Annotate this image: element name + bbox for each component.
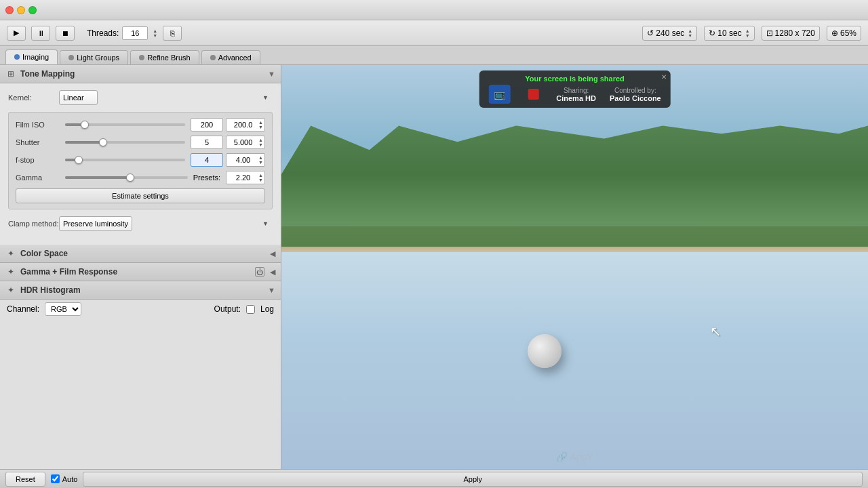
bottom-bar: Reset Auto Apply [0, 469, 868, 488]
maximize-button[interactable] [28, 6, 37, 14]
gamma-spinbox[interactable]: 2.20 ▲▼ [226, 171, 265, 184]
auto-checkbox[interactable] [51, 474, 60, 483]
hdr-histogram-title: HDR Histogram [20, 285, 268, 295]
toolbar-right: ↺ 240 sec ▲▼ ↻ 10 sec ▲▼ ⊡ 868 x 488 ⊕ … [642, 26, 861, 41]
film-iso-thumb[interactable] [81, 121, 89, 129]
kernel-label: Kernel: [8, 94, 59, 102]
clamp-select[interactable]: Preserve luminosity Cut [59, 216, 132, 231]
minimize-button[interactable] [17, 6, 25, 14]
render-edge [281, 247, 868, 252]
kernel-select[interactable]: Linear Reinhard Filmic [59, 90, 98, 105]
tab-light-groups[interactable]: Light Groups [60, 50, 128, 64]
notification-row: 📺 Sharing: Cinema HD Controlled by: Paol… [488, 85, 660, 104]
shutter-arrows[interactable]: ▲▼ [258, 138, 263, 147]
sliders-box: Film ISO 200.0 ▲▼ Shutter [8, 112, 273, 209]
render-view: ↖ Your screen is being shared 📺 Sharing:… [281, 65, 868, 469]
tone-mapping-title: Tone Mapping [20, 69, 268, 79]
shutter-input[interactable] [191, 136, 223, 149]
log-label: Log [260, 304, 274, 314]
notif-sharing-col: Sharing: Cinema HD [556, 87, 596, 102]
gamma-track[interactable] [65, 176, 188, 179]
fstop-arrows[interactable]: ▲▼ [258, 155, 263, 165]
estimate-button[interactable]: Estimate settings [16, 188, 265, 203]
gamma-row: Gamma Presets: 2.20 ▲▼ [16, 171, 265, 184]
tab-dot-lightgroups [68, 55, 74, 60]
copy-button[interactable]: ⎘ [163, 26, 182, 41]
tone-mapping-header[interactable]: ⊞ Tone Mapping ▼ [0, 65, 281, 83]
gamma-film-header[interactable]: ✦ Gamma + Film Response ⏻ ◀ [0, 263, 281, 281]
fstop-track[interactable] [65, 159, 185, 161]
tab-imaging[interactable]: Imaging [5, 49, 58, 64]
threads-spinner[interactable]: ▲▼ [153, 28, 157, 38]
channel-select[interactable]: RGB R G B [45, 302, 81, 316]
shutter-thumb[interactable] [99, 138, 107, 146]
notif-controlled-value: Paolo Ciccone [610, 94, 661, 102]
notification-close[interactable]: ✕ [661, 73, 667, 81]
clamp-row: Clamp method: Preserve luminosity Cut [8, 216, 273, 231]
fstop-input[interactable] [191, 153, 223, 167]
gamma-film-icon: ✦ [5, 266, 16, 277]
apply-button[interactable]: Apply [83, 472, 863, 487]
tab-dot-imaging [14, 54, 20, 60]
gamma-power-button[interactable]: ⏻ [255, 267, 264, 277]
traffic-lights[interactable] [5, 6, 37, 14]
notif-sharing-label: Sharing: [556, 87, 596, 94]
tab-imaging-label: Imaging [22, 53, 49, 61]
pause-button[interactable]: ⏸ [31, 26, 50, 41]
reset-button[interactable]: Reset [5, 472, 45, 487]
gamma-thumb[interactable] [126, 174, 134, 182]
film-iso-spinbox[interactable]: 200.0 ▲▼ [226, 118, 265, 131]
rot-icon2: ↻ [709, 28, 715, 38]
film-iso-arrows[interactable]: ▲▼ [258, 120, 263, 129]
color-space-header[interactable]: ✦ Color Space ◀ [0, 245, 281, 263]
time2-spinner[interactable]: ▲▼ [745, 28, 750, 38]
film-iso-exact: 200.0 [228, 121, 258, 129]
play-button[interactable]: ▶ [7, 26, 26, 41]
auto-label: Auto [62, 475, 78, 483]
threads-input[interactable] [122, 26, 148, 40]
shutter-exact: 5.000 [228, 138, 258, 146]
fstop-spinbox[interactable]: 4.00 ▲▼ [226, 153, 265, 167]
threads-group: Threads: ▲▼ [87, 26, 157, 40]
gamma-fill [65, 176, 129, 179]
stop-button[interactable]: ⏹ [56, 26, 75, 41]
left-panel: ⊞ Tone Mapping ▼ Kernel: Linear Reinhard… [0, 65, 281, 469]
time2-value: 10 sec [717, 28, 741, 38]
presets-label: Presets: [193, 174, 220, 182]
hdr-histogram-header[interactable]: ✦ HDR Histogram ▼ [0, 281, 281, 300]
fstop-row: f-stop 4.00 ▲▼ [16, 153, 265, 167]
gamma-arrows[interactable]: ▲▼ [258, 173, 263, 182]
fstop-label: f-stop [16, 156, 60, 164]
log-checkbox[interactable] [246, 305, 255, 314]
notification-title: Your screen is being shared [488, 75, 660, 83]
tab-dot-advanced [210, 55, 216, 60]
shutter-fill [65, 141, 101, 144]
channel-output-row: Channel: RGB R G B Output: Log [0, 300, 281, 319]
clamp-label: Clamp method: [8, 220, 59, 228]
shutter-label: Shutter [16, 138, 60, 146]
film-iso-input[interactable] [191, 118, 223, 131]
tab-advanced[interactable]: Advanced [201, 50, 260, 64]
fstop-thumb[interactable] [75, 156, 83, 164]
shutter-spinbox[interactable]: 5.000 ▲▼ [226, 136, 265, 149]
tone-mapping-icon: ⊞ [5, 68, 16, 79]
resolution-icon: ⊡ [766, 28, 773, 38]
kernel-row: Kernel: Linear Reinhard Filmic [8, 90, 273, 105]
zoom-icon: ⊕ [831, 28, 838, 38]
tab-refine-brush[interactable]: Refine Brush [130, 50, 199, 64]
resolution-display: ⊡ 868 x 488 [762, 26, 820, 41]
color-space-arrow: ◀ [270, 249, 275, 258]
render-cursor: ↖ [710, 323, 722, 340]
channel-label: Channel: [7, 304, 39, 314]
film-iso-track[interactable] [65, 123, 185, 126]
clamp-select-wrapper[interactable]: Preserve luminosity Cut [59, 216, 273, 231]
tab-refinebrush-label: Refine Brush [147, 54, 191, 62]
shutter-track[interactable] [65, 141, 185, 144]
rot-icon1: ↺ [647, 28, 654, 38]
close-button[interactable] [5, 6, 14, 14]
notification-bar: Your screen is being shared 📺 Sharing: C… [479, 70, 670, 108]
hdr-histogram-arrow: ▼ [268, 286, 275, 294]
time1-spinner[interactable]: ▲▼ [688, 28, 692, 38]
kernel-select-wrapper[interactable]: Linear Reinhard Filmic [59, 90, 273, 105]
film-iso-label: Film ISO [16, 121, 60, 129]
